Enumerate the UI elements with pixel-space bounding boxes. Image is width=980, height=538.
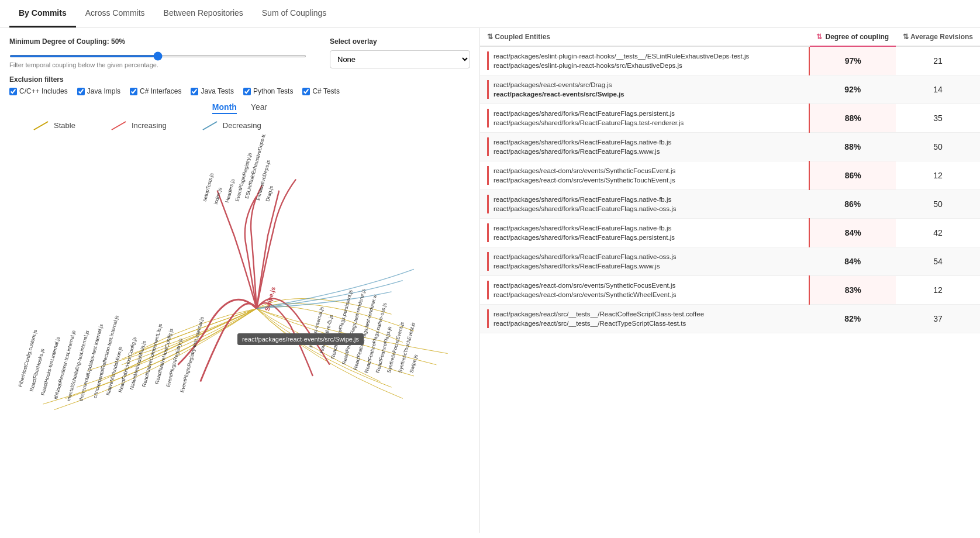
cell-entities: react/packages/shared/forks/ReactFeature… — [480, 104, 809, 133]
toggle-month[interactable]: Month — [212, 102, 237, 114]
legend-decreasing: Decreasing — [202, 121, 261, 130]
table-body: react/packages/eslint-plugin-react-hooks… — [480, 46, 980, 333]
table-row: react/packages/react-dom/src/events/Synt… — [480, 276, 980, 305]
tab-by-commits[interactable]: By Commits — [9, 0, 76, 27]
cell-entities: react/packages/react-dom/src/events/Synt… — [480, 276, 809, 305]
entity-path: react/packages/react-events/src/Drag.js — [494, 80, 802, 89]
cell-degree: 97% — [809, 46, 896, 75]
exclusion-filters: Exclusion filters C/C++ Includes Java Im… — [9, 75, 470, 95]
entity-path: react/packages/react-dom/src/events/Synt… — [494, 281, 802, 290]
th-coupled-entities[interactable]: ⇅ Coupled Entities — [480, 28, 809, 46]
toggle-year[interactable]: Year — [251, 102, 267, 114]
increasing-line-icon — [111, 121, 126, 130]
checkbox-csharp-interfaces[interactable]: C# Interfaces — [130, 87, 181, 95]
tab-across-commits[interactable]: Across Commits — [76, 0, 154, 27]
chart-label: Drag.js — [264, 185, 274, 202]
tab-between-repositories[interactable]: Between Repositories — [154, 0, 253, 27]
table-row: react/packages/react-events/src/Drag.jsr… — [480, 75, 980, 104]
checkbox-java-tests[interactable]: Java Tests — [191, 87, 233, 95]
chart-area[interactable]: EventPluginRegistry-test.internal.js Eve… — [9, 134, 470, 415]
checkbox-cpp-includes[interactable]: C/C++ Includes — [9, 87, 68, 95]
cell-avg-revisions: 12 — [896, 276, 980, 305]
tab-sum-of-couplings[interactable]: Sum of Couplings — [253, 0, 336, 27]
cell-avg-revisions: 54 — [896, 247, 980, 276]
cell-avg-revisions: 21 — [896, 46, 980, 75]
right-panel: ⇅ Coupled Entities ⇅ Degree of coupling … — [479, 28, 980, 533]
table-row: react/packages/shared/forks/ReactFeature… — [480, 190, 980, 219]
legend-increasing: Increasing — [111, 121, 167, 130]
sort-icon-degree: ⇅ — [816, 33, 824, 41]
radial-chart: EventPluginRegistry-test.internal.js Eve… — [9, 134, 470, 415]
cell-degree: 84% — [809, 219, 896, 247]
cell-degree: 86% — [809, 190, 896, 219]
cell-degree: 88% — [809, 133, 896, 161]
cell-entities: react/packages/eslint-plugin-react-hooks… — [480, 46, 809, 75]
th-avg-revisions[interactable]: ⇅ Average Revisions — [896, 28, 980, 46]
cell-degree: 88% — [809, 104, 896, 133]
slider-container — [9, 50, 306, 59]
cell-avg-revisions: 14 — [896, 75, 980, 104]
cell-avg-revisions: 35 — [896, 104, 980, 133]
sort-icon-avg: ⇅ — [903, 33, 910, 41]
entity-path: react/packages/shared/forks/ReactFeature… — [494, 118, 802, 127]
legend-stable-label: Stable — [54, 121, 75, 130]
cell-entities: react/packages/react-dom/src/events/Synt… — [480, 161, 809, 190]
chart-label: setupTests.js — [202, 173, 215, 202]
coupling-table: ⇅ Coupled Entities ⇅ Degree of coupling … — [480, 28, 980, 333]
cell-degree: 82% — [809, 305, 896, 333]
coupling-slider[interactable] — [9, 55, 306, 57]
cell-avg-revisions: 12 — [896, 161, 980, 190]
decreasing-line-icon — [202, 121, 217, 130]
entity-path: react/packages/shared/forks/ReactFeature… — [494, 261, 802, 271]
coupling-slider-group: Minimum Degree of Coupling: 50% Filter t… — [9, 37, 306, 68]
select-overlay-group: Select overlay None Authors Files Comple… — [330, 37, 470, 68]
stable-line-icon — [33, 121, 48, 130]
entity-path: react/packages/react/src/__tests__/React… — [494, 319, 802, 328]
cell-degree: 86% — [809, 161, 896, 190]
controls-row: Minimum Degree of Coupling: 50% Filter t… — [9, 37, 470, 68]
table-row: react/packages/eslint-plugin-react-hooks… — [480, 46, 980, 75]
entity-path: react/packages/shared/forks/ReactFeature… — [494, 223, 802, 233]
legend-decreasing-label: Decreasing — [223, 121, 261, 130]
table-row: react/packages/react-dom/src/events/Synt… — [480, 161, 980, 190]
legend-stable: Stable — [33, 121, 75, 130]
table-row: react/packages/react/src/__tests__/React… — [480, 305, 980, 333]
cell-avg-revisions: 37 — [896, 305, 980, 333]
slider-hint: Filter temporal coupling below the given… — [9, 61, 306, 68]
entity-path: react/packages/shared/forks/ReactFeature… — [494, 137, 802, 147]
cell-entities: react/packages/shared/forks/ReactFeature… — [480, 190, 809, 219]
checkboxes-group: C/C++ Includes Java Impls C# Interfaces … — [9, 87, 470, 95]
select-overlay-label: Select overlay — [330, 37, 470, 46]
cell-avg-revisions: 42 — [896, 219, 980, 247]
entity-path: react/packages/shared/forks/ReactFeature… — [494, 147, 802, 156]
entity-path: react/packages/react-dom/src/events/Synt… — [494, 175, 802, 185]
entity-path: react/packages/shared/forks/ReactFeature… — [494, 109, 802, 118]
overlay-select[interactable]: None Authors Files Complexity — [330, 50, 470, 68]
table-row: react/packages/shared/forks/ReactFeature… — [480, 247, 980, 276]
cell-degree: 83% — [809, 276, 896, 305]
legend-increasing-label: Increasing — [132, 121, 167, 130]
entity-path: react/packages/react/src/__tests__/React… — [494, 309, 802, 319]
checkbox-java-impls[interactable]: Java Impls — [77, 87, 120, 95]
main-content: Minimum Degree of Coupling: 50% Filter t… — [0, 28, 980, 533]
table-header-row: ⇅ Coupled Entities ⇅ Degree of coupling … — [480, 28, 980, 46]
cell-entities: react/packages/react-events/src/Drag.jsr… — [480, 75, 809, 104]
time-toggle: Month Year — [9, 102, 470, 114]
th-degree-coupling[interactable]: ⇅ Degree of coupling — [809, 28, 896, 46]
entity-path: react/packages/react-events/src/Swipe.js — [494, 89, 802, 99]
left-panel: Minimum Degree of Coupling: 50% Filter t… — [0, 28, 479, 533]
cell-entities: react/packages/shared/forks/ReactFeature… — [480, 247, 809, 276]
entity-path: react/packages/react-dom/src/events/Synt… — [494, 290, 802, 299]
coupling-label: Minimum Degree of Coupling: 50% — [9, 37, 306, 46]
legend: Stable Increasing Decreasing — [9, 121, 470, 130]
table-row: react/packages/shared/forks/ReactFeature… — [480, 133, 980, 161]
entity-path: react/packages/eslint-plugin-react-hooks… — [494, 61, 802, 70]
cell-entities: react/packages/shared/forks/ReactFeature… — [480, 219, 809, 247]
table-row: react/packages/shared/forks/ReactFeature… — [480, 104, 980, 133]
cell-avg-revisions: 50 — [896, 133, 980, 161]
entity-path: react/packages/shared/forks/ReactFeature… — [494, 204, 802, 213]
checkbox-csharp-tests[interactable]: C# Tests — [302, 87, 339, 95]
checkbox-python-tests[interactable]: Python Tests — [243, 87, 293, 95]
table-row: react/packages/shared/forks/ReactFeature… — [480, 219, 980, 247]
exclusion-label: Exclusion filters — [9, 75, 470, 84]
